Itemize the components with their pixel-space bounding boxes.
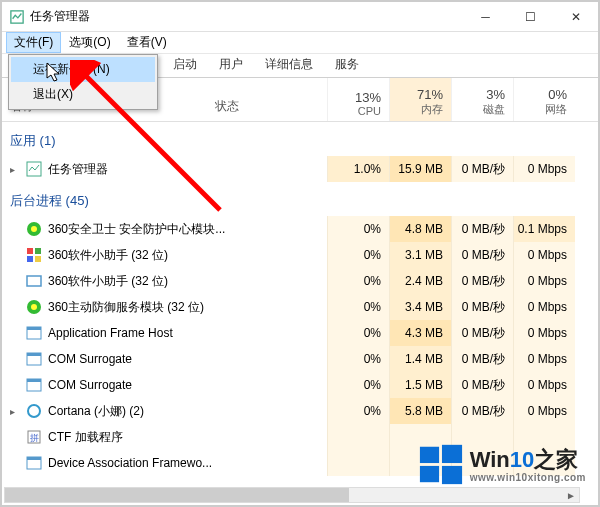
cell-network: 0 Mbps (513, 346, 575, 372)
cell-memory: 15.9 MB (389, 156, 451, 182)
cell-network: 0 Mbps (513, 320, 575, 346)
process-icon (26, 161, 42, 177)
cell-network: 0 Mbps (513, 294, 575, 320)
cell-cpu: 0% (327, 398, 389, 424)
process-name: COM Surrogate (48, 352, 132, 366)
col-status-label: 状态 (215, 98, 239, 115)
tab-startup[interactable]: 启动 (162, 52, 208, 77)
process-icon (26, 221, 42, 237)
cell-network: 0 Mbps (513, 242, 575, 268)
svg-point-17 (28, 405, 40, 417)
process-row[interactable]: 360软件小助手 (32 位)0%2.4 MB0 MB/秒0 Mbps (2, 268, 598, 294)
file-menu-dropdown: 运行新任务(N) 退出(X) (8, 54, 158, 110)
svg-text:拼: 拼 (30, 433, 39, 443)
process-name: CTF 加载程序 (48, 429, 123, 446)
watermark-url: www.win10xitong.com (470, 472, 586, 483)
process-icon (26, 325, 42, 341)
cell-cpu: 0% (327, 268, 389, 294)
process-name: Device Association Framewo... (48, 456, 212, 470)
process-row[interactable]: 360安全卫士 安全防护中心模块...0%4.8 MB0 MB/秒0.1 Mbp… (2, 216, 598, 242)
cell-memory: 4.3 MB (389, 320, 451, 346)
tab-users[interactable]: 用户 (208, 52, 254, 77)
menu-options[interactable]: 选项(O) (61, 32, 118, 53)
cpu-lbl: CPU (358, 105, 381, 117)
cell-network: 0 Mbps (513, 268, 575, 294)
cell-network: 0 Mbps (513, 398, 575, 424)
process-name: 360软件小助手 (32 位) (48, 273, 168, 290)
watermark-brand: Win10之家 (470, 445, 586, 475)
cell-disk: 0 MB/秒 (451, 216, 513, 242)
process-row[interactable]: Application Frame Host0%4.3 MB0 MB/秒0 Mb… (2, 320, 598, 346)
cell-memory: 5.8 MB (389, 398, 451, 424)
svg-rect-14 (27, 353, 41, 356)
menu-run-new-task[interactable]: 运行新任务(N) (11, 57, 155, 82)
col-disk[interactable]: 3% 磁盘 (451, 78, 513, 121)
svg-rect-25 (442, 466, 462, 484)
process-row[interactable]: ▸Cortana (小娜) (2)0%5.8 MB0 MB/秒0 Mbps (2, 398, 598, 424)
cell-memory: 2.4 MB (389, 268, 451, 294)
scroll-right-arrow[interactable]: ► (563, 488, 579, 502)
process-icon (26, 403, 42, 419)
process-row[interactable]: COM Surrogate0%1.4 MB0 MB/秒0 Mbps (2, 346, 598, 372)
svg-rect-23 (442, 445, 462, 463)
cell-cpu: 0% (327, 216, 389, 242)
process-icon (26, 299, 42, 315)
process-name: Application Frame Host (48, 326, 173, 340)
cell-memory: 4.8 MB (389, 216, 451, 242)
cell-memory: 3.1 MB (389, 242, 451, 268)
cell-memory: 1.5 MB (389, 372, 451, 398)
process-name: 360软件小助手 (32 位) (48, 247, 168, 264)
svg-rect-5 (35, 248, 41, 254)
process-name: 任务管理器 (48, 161, 108, 178)
cell-cpu: 1.0% (327, 156, 389, 182)
expander-icon[interactable]: ▸ (10, 164, 24, 175)
process-row[interactable]: COM Surrogate0%1.5 MB0 MB/秒0 Mbps (2, 372, 598, 398)
process-icon (26, 455, 42, 471)
svg-rect-21 (27, 457, 41, 460)
scroll-thumb[interactable] (5, 488, 349, 502)
maximize-button[interactable]: ☐ (508, 2, 553, 31)
process-icon: 拼 (26, 429, 42, 445)
close-button[interactable]: ✕ (553, 2, 598, 31)
tab-details[interactable]: 详细信息 (254, 52, 324, 77)
minimize-button[interactable]: ─ (463, 2, 508, 31)
svg-rect-8 (27, 276, 41, 286)
watermark: Win10之家 www.win10xitong.com (418, 441, 586, 487)
svg-rect-22 (420, 447, 439, 463)
cell-cpu: 0% (327, 372, 389, 398)
menubar: 文件(F) 选项(O) 查看(V) (2, 32, 598, 54)
process-row[interactable]: ▸任务管理器1.0%15.9 MB0 MB/秒0 Mbps (2, 156, 598, 182)
cell-disk: 0 MB/秒 (451, 268, 513, 294)
cell-disk: 0 MB/秒 (451, 398, 513, 424)
group-background: 后台进程 (45) (2, 182, 598, 216)
svg-rect-12 (27, 327, 41, 330)
tab-services[interactable]: 服务 (324, 52, 370, 77)
svg-point-10 (31, 304, 37, 310)
col-memory[interactable]: 71% 内存 (389, 78, 451, 121)
process-list[interactable]: 应用 (1)▸任务管理器1.0%15.9 MB0 MB/秒0 Mbps后台进程 … (2, 122, 598, 491)
expander-icon[interactable]: ▸ (10, 406, 24, 417)
col-network[interactable]: 0% 网络 (513, 78, 575, 121)
svg-rect-7 (35, 256, 41, 262)
col-status[interactable]: 状态 (207, 78, 327, 121)
windows-logo-icon (418, 441, 464, 487)
process-name: COM Surrogate (48, 378, 132, 392)
menu-view[interactable]: 查看(V) (119, 32, 175, 53)
cell-disk: 0 MB/秒 (451, 156, 513, 182)
svg-rect-6 (27, 256, 33, 262)
cell-memory: 1.4 MB (389, 346, 451, 372)
menu-file[interactable]: 文件(F) (6, 32, 61, 53)
net-lbl: 网络 (545, 102, 567, 117)
process-row[interactable]: 360主动防御服务模块 (32 位)0%3.4 MB0 MB/秒0 Mbps (2, 294, 598, 320)
menu-exit[interactable]: 退出(X) (11, 82, 155, 107)
cell-cpu: 0% (327, 294, 389, 320)
cell-disk: 0 MB/秒 (451, 294, 513, 320)
task-manager-icon (10, 10, 24, 24)
horizontal-scrollbar[interactable]: ◄ ► (4, 487, 580, 503)
cell-cpu (327, 424, 389, 450)
process-icon (26, 273, 42, 289)
process-row[interactable]: 360软件小助手 (32 位)0%3.1 MB0 MB/秒0 Mbps (2, 242, 598, 268)
process-name: Cortana (小娜) (2) (48, 403, 144, 420)
col-cpu[interactable]: 13% CPU (327, 78, 389, 121)
process-icon (26, 351, 42, 367)
